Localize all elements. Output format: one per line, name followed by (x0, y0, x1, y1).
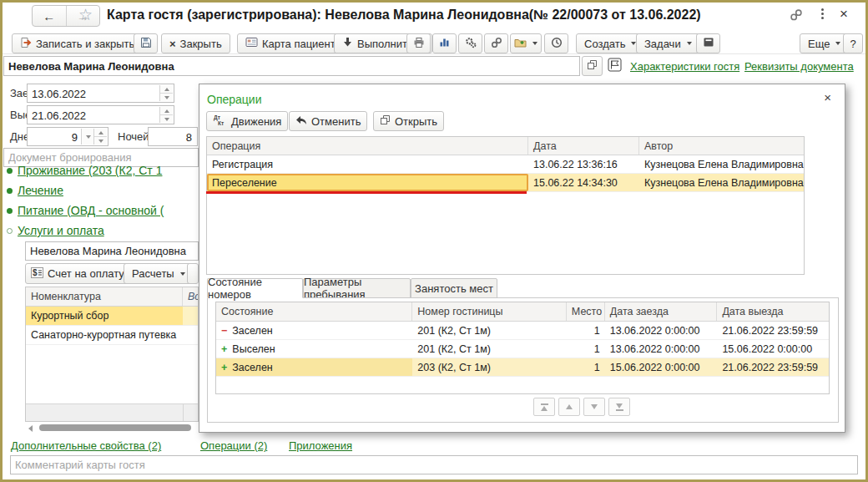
move-to-top-button[interactable] (533, 398, 555, 416)
nights-field[interactable]: 8 (148, 127, 198, 146)
operation-row[interactable]: Регистрация 13.06.22 13:36:16 Кузнецова … (207, 155, 804, 174)
more-menu-kebab-icon[interactable] (821, 8, 824, 19)
column-date-in[interactable]: Дата заезда (605, 302, 718, 321)
column-nomenclature[interactable]: Номенклатура (26, 287, 183, 306)
move-down-button[interactable] (583, 398, 605, 416)
tab-room-states[interactable]: Состояние номеров (207, 278, 303, 298)
save-button[interactable] (134, 33, 158, 53)
favorite-star-icon[interactable]: ☆ (78, 5, 93, 24)
tasks-caret-icon (687, 42, 692, 45)
open-operation-button[interactable]: Открыть (373, 111, 444, 131)
horizontal-scrollbar[interactable] (25, 424, 199, 433)
bullet-icon (7, 208, 13, 214)
move-up-button[interactable] (558, 398, 580, 416)
column-total[interactable]: Вс (183, 287, 198, 306)
bullet-open-icon (7, 228, 13, 234)
tab-place-occupancy[interactable]: Занятость мест (411, 278, 497, 298)
room-state-row-selected[interactable]: +Заселен 203 (К2, Ст 1м) 1 15.06.2022 0:… (216, 358, 829, 377)
scrollbar-thumb[interactable] (39, 424, 191, 431)
attach-link-button[interactable] (484, 33, 508, 53)
days-spinner[interactable] (93, 129, 107, 145)
attachments-link[interactable]: Приложения (289, 439, 352, 452)
save-and-close-button[interactable]: Записать и закрыть (12, 33, 143, 53)
table-row[interactable]: Курортный сбор (26, 307, 198, 326)
archive-button[interactable] (696, 33, 720, 53)
operation-row-selected[interactable]: Переселение 15.06.22 14:34:30 Кузнецова … (207, 174, 804, 192)
guest-name-input[interactable] (3, 56, 580, 76)
app-window: ← → ☆ Карта гостя (зарегистрирована): Не… (0, 0, 868, 482)
open-in-window-icon (380, 114, 391, 128)
settings-gears-button[interactable] (458, 33, 482, 53)
print-button[interactable] (406, 33, 431, 53)
column-place[interactable]: Место (567, 302, 605, 321)
movements-button[interactable]: ДтКт Движения (206, 111, 288, 131)
room-states-panel: Состояние Номер гостиницы Место Дата зае… (207, 297, 839, 423)
flag-icon[interactable] (608, 58, 622, 75)
reports-chart-button[interactable] (432, 33, 457, 53)
open-guest-button[interactable] (582, 56, 603, 76)
window-close-icon[interactable]: × (840, 6, 848, 23)
checkout-field[interactable]: 21.06.2022 (27, 105, 174, 124)
page-title: Карта гостя (зарегистрирована): Невелова… (107, 8, 783, 23)
operations-dialog: Операции × ДтКт Движения Отменить Открыт… (199, 84, 845, 433)
create-button[interactable]: Создать (576, 33, 644, 53)
settlements-button[interactable]: Расчеты (124, 263, 194, 284)
room-states-table: Состояние Номер гостиницы Место Дата зае… (215, 302, 830, 394)
clock-history-icon (551, 37, 563, 51)
operations-link[interactable]: Операции (2) (200, 439, 267, 452)
history-button[interactable] (544, 33, 568, 53)
svg-text:Кт: Кт (218, 120, 224, 126)
move-up-icon (566, 404, 573, 409)
dialog-close-icon[interactable]: × (824, 91, 831, 104)
invoice-icon: $ (31, 267, 43, 281)
move-to-bottom-button[interactable] (608, 398, 630, 416)
more-button[interactable]: Еще (800, 33, 849, 53)
folder-plus-icon (514, 37, 527, 50)
folder-caret-icon (532, 42, 537, 45)
clipped-button[interactable] (187, 263, 199, 284)
dialog-title: Операции (207, 93, 262, 106)
column-state[interactable]: Состояние (216, 302, 412, 321)
minus-icon: − (221, 325, 227, 337)
guest-characteristics-link[interactable]: Характеристики гостя (630, 60, 739, 73)
column-author[interactable]: Автор (639, 137, 804, 155)
gear-icon (465, 37, 477, 51)
column-date[interactable]: Дата (528, 137, 639, 155)
back-button[interactable]: ← (33, 6, 67, 26)
more-caret-icon (835, 42, 840, 45)
tab-stay-parameters[interactable]: Параметры пребывания (303, 278, 411, 298)
bullet-icon (7, 188, 13, 194)
scroll-left-arrow-icon[interactable] (28, 425, 33, 432)
chain-link-icon (491, 37, 502, 51)
checkout-spinner[interactable] (159, 107, 173, 123)
additional-properties-link[interactable]: Дополнительные свойства (2) (11, 439, 161, 452)
undo-arrow-icon (295, 115, 307, 128)
document-requisites-link[interactable]: Реквизиты документа (744, 60, 854, 73)
checkin-spinner[interactable] (159, 85, 173, 101)
move-bottom-icon (616, 403, 623, 408)
close-button[interactable]: × Закрыть (161, 33, 230, 53)
days-field[interactable]: 9 (27, 127, 108, 146)
table-row[interactable]: Санаторно-курортная путевка (26, 326, 198, 345)
help-button[interactable]: ? (843, 33, 863, 53)
red-underline-annotation (206, 191, 527, 194)
room-state-row[interactable]: −Заселен 201 (К2, Ст 1м) 1 13.06.2022 0:… (216, 322, 829, 340)
column-room[interactable]: Номер гостиницы (412, 302, 566, 321)
column-operation[interactable]: Операция (207, 137, 528, 155)
cancel-operation-button[interactable]: Отменить (289, 111, 367, 131)
close-x-icon: × (169, 38, 176, 50)
svg-text:$: $ (33, 268, 38, 277)
get-link-icon[interactable] (790, 8, 803, 25)
open-in-window-icon (587, 59, 598, 73)
payer-input[interactable] (25, 241, 199, 261)
days-dropdown-icon[interactable] (81, 129, 94, 145)
column-date-out[interactable]: Дата выезда (717, 302, 829, 321)
tasks-button[interactable]: Задачи (636, 33, 700, 53)
patient-card-button[interactable]: Карта пациента (237, 33, 350, 53)
room-state-row[interactable]: +Выселен 201 (К2, Ст 1м) 1 13.06.2022 0:… (216, 340, 829, 358)
add-to-folder-button[interactable] (510, 33, 542, 53)
checkin-field[interactable]: 13.06.2022 (27, 84, 174, 103)
plus-icon: + (221, 343, 227, 355)
operations-table: Операция Дата Автор Регистрация 13.06.22… (206, 136, 805, 275)
comment-input[interactable] (10, 455, 858, 474)
